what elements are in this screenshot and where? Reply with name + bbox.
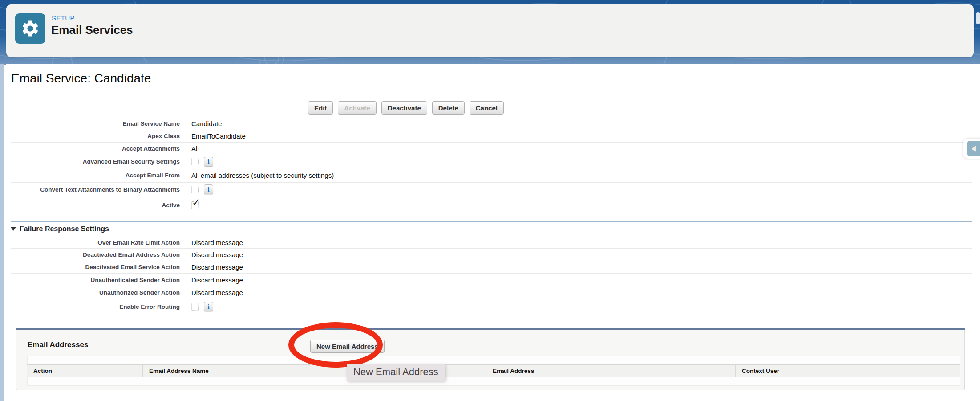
cancel-button[interactable]: Cancel <box>470 101 504 115</box>
field-row-unauthorized-sender: Unauthorized Sender Action Discard messa… <box>11 286 972 299</box>
annotation-tooltip: New Email Address <box>347 364 445 381</box>
field-value: All email addresses (subject to security… <box>191 172 334 179</box>
setup-banner: SETUP Email Services <box>0 0 980 65</box>
field-label: Deactivated Email Address Action <box>11 251 180 258</box>
field-value: Discard message <box>191 263 243 271</box>
field-label: Over Email Rate Limit Action <box>11 239 180 246</box>
chevron-left-icon <box>972 145 976 152</box>
edit-button[interactable]: Edit <box>308 101 333 115</box>
field-label: Deactivated Email Service Action <box>11 264 180 270</box>
field-label: Unauthenticated Sender Action <box>11 277 180 283</box>
field-label: Unauthorized Sender Action <box>11 289 180 296</box>
email-addresses-title: Email Addresses <box>28 340 88 349</box>
field-label: Active <box>11 202 180 209</box>
checkbox-unchecked <box>191 158 199 165</box>
new-email-address-button[interactable]: New Email Address <box>310 340 385 353</box>
field-row-deactivated-address: Deactivated Email Address Action Discard… <box>11 249 972 261</box>
checkbox-checked: ✓ <box>191 201 199 209</box>
email-addresses-related-list: Email Addresses New Email Address Action… <box>16 330 965 390</box>
field-row-advanced-email-security: Advanced Email Security Settings i <box>11 155 972 168</box>
field-row-active: Active ✓ <box>11 196 972 213</box>
field-row-over-email-rate: Over Email Rate Limit Action Discard mes… <box>11 237 972 249</box>
info-icon[interactable]: i <box>204 302 213 311</box>
field-row-convert-text-attachments: Convert Text Attachments to Binary Attac… <box>11 183 972 196</box>
field-row-email-service-name: Email Service Name Candidate <box>11 118 972 130</box>
field-row-apex-class: Apex Class EmailToCandidate <box>11 130 972 143</box>
collapse-triangle-icon <box>11 227 16 231</box>
checkbox-unchecked <box>191 186 199 193</box>
scrollbar-thumb[interactable] <box>976 12 980 24</box>
field-label: Accept Attachments <box>11 145 180 152</box>
field-label: Apex Class <box>11 133 180 139</box>
field-value: Discard message <box>191 289 243 296</box>
delete-button[interactable]: Delete <box>432 101 465 115</box>
field-row-accept-attachments: Accept Attachments All <box>11 143 972 155</box>
column-header-email-address: Email Address <box>486 365 736 377</box>
field-value: All <box>191 145 199 152</box>
email-addresses-table: Action Email Address Name Email Address … <box>27 356 960 386</box>
page-title: Email Service: Candidate <box>11 71 151 86</box>
field-value: Discard message <box>191 251 243 258</box>
collapse-handle-background <box>967 141 980 156</box>
field-row-enable-error-routing: Enable Error Routing i <box>11 299 972 314</box>
field-label: Accept Email From <box>11 172 180 179</box>
activate-button[interactable]: Activate <box>338 101 376 115</box>
info-icon[interactable]: i <box>204 157 213 167</box>
setup-header-card: SETUP Email Services <box>6 4 974 57</box>
failure-response-settings-header[interactable]: Failure Response Settings <box>11 225 109 233</box>
apex-class-link[interactable]: EmailToCandidate <box>191 132 246 140</box>
section-divider <box>11 221 972 222</box>
checkmark-icon: ✓ <box>192 197 200 208</box>
field-label: Advanced Email Security Settings <box>11 158 180 165</box>
info-icon[interactable]: i <box>204 184 213 194</box>
setup-gear-tile <box>15 13 45 44</box>
side-panel-collapse-handle[interactable] <box>963 139 980 159</box>
column-header-context-user: Context User <box>736 365 960 377</box>
column-header-action: Action <box>27 365 143 377</box>
section-title: Failure Response Settings <box>20 225 109 233</box>
related-list-accent-bar <box>16 328 965 330</box>
setup-eyebrow: SETUP <box>52 14 75 22</box>
gear-icon <box>20 19 40 38</box>
field-label: Enable Error Routing <box>11 303 180 310</box>
email-services-setup-page: SETUP Email Services Email Service: Cand… <box>0 0 980 401</box>
failure-settings-section: Over Email Rate Limit Action Discard mes… <box>11 237 972 314</box>
field-row-unauthenticated-sender: Unauthenticated Sender Action Discard me… <box>11 274 972 286</box>
checkbox-unchecked <box>191 303 199 311</box>
deactivate-button[interactable]: Deactivate <box>381 101 427 115</box>
field-value: Discard message <box>191 276 243 284</box>
field-label: Convert Text Attachments to Binary Attac… <box>11 186 180 193</box>
field-label: Email Service Name <box>11 120 180 127</box>
field-value: Candidate <box>191 120 222 127</box>
field-row-deactivated-service: Deactivated Email Service Action Discard… <box>11 261 972 274</box>
detail-section: Email Service Name Candidate Apex Class … <box>11 118 972 213</box>
table-header-row: Action Email Address Name Email Address … <box>27 364 960 377</box>
left-edge-strip <box>0 64 4 401</box>
setup-page-title: Email Services <box>51 23 133 37</box>
action-button-row: Edit Activate Deactivate Delete Cancel <box>308 101 504 115</box>
field-row-accept-email-from: Accept Email From All email addresses (s… <box>11 168 972 183</box>
field-value: Discard message <box>191 239 243 246</box>
